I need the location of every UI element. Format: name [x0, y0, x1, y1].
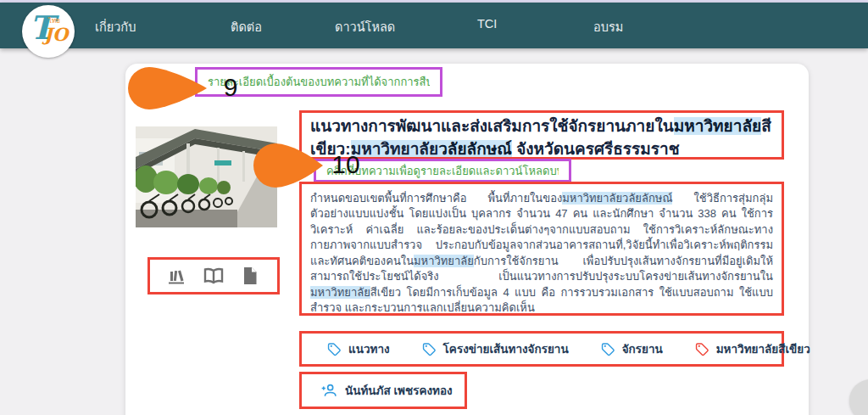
tag-label: มหาวิทยาลัยสีเขียว: [716, 339, 810, 358]
tag-item[interactable]: มหาวิทยาลัยสีเขียว: [695, 339, 810, 358]
nav-item-about[interactable]: เกี่ยวกับ: [95, 17, 136, 36]
tag-label: โครงข่ายเส้นทางจักรยาน: [443, 339, 569, 358]
nav-item-training[interactable]: อบรม: [593, 17, 623, 36]
nav-item-download[interactable]: ดาวน์โหลด: [335, 17, 395, 36]
open-book-icon[interactable]: [203, 266, 224, 286]
person-add-icon: [320, 382, 337, 399]
document-icon[interactable]: [240, 266, 260, 286]
annotation-callout-9: 9: [127, 66, 209, 110]
nav-item-contact[interactable]: ติดต่อ: [231, 17, 262, 36]
annotation-callout-10: 10: [253, 143, 324, 188]
library-icon[interactable]: [167, 266, 187, 286]
logo-letters-jo: JO: [44, 24, 68, 45]
article-abstract: กำหนดขอบเขตพื้นที่การศึกษาคือ พื้นที่ภาย…: [310, 191, 773, 316]
author-name[interactable]: นันท์นภัส เพชรคงทอง: [345, 381, 453, 400]
nav-item-tci[interactable]: TCI: [477, 17, 497, 31]
document-actions-box: [147, 257, 280, 294]
thaijo-logo[interactable]: T ไทย JO: [22, 5, 75, 58]
callout-9-number: 9: [209, 73, 253, 102]
article-abstract-box: กำหนดขอบเขตพื้นที่การศึกษาคือ พื้นที่ภาย…: [299, 182, 784, 316]
tag-icon: [601, 342, 615, 356]
callout-arrow-icon: [253, 143, 324, 188]
page: เกี่ยวกับ ติดต่อ ดาวน์โหลด TCI อบรม T ไท…: [0, 0, 868, 415]
scroll-top-button[interactable]: [849, 379, 868, 415]
callout-arrow-icon: [127, 66, 209, 110]
tag-item[interactable]: แนวทาง: [327, 339, 390, 358]
tag-icon: [327, 342, 342, 356]
article-result-card: 9 รายละเอียดเบื้องต้นของบทความที่ได้จากก…: [125, 64, 809, 415]
tag-item[interactable]: จักรยาน: [601, 339, 663, 358]
tag-label: จักรยาน: [622, 339, 663, 358]
author-box: นันท์นภัส เพชรคงทอง: [299, 372, 467, 409]
tag-label: แนวทาง: [348, 339, 390, 358]
callout-10-number: 10: [324, 150, 368, 179]
tag-icon: [695, 342, 709, 356]
keyword-tags-box: แนวทาง โครงข่ายเส้นทางจักรยาน จักรยาน: [299, 331, 784, 367]
tag-item[interactable]: โครงข่ายเส้นทางจักรยาน: [422, 339, 569, 358]
tag-icon: [422, 342, 437, 356]
main-navbar: เกี่ยวกับ ติดต่อ ดาวน์โหลด TCI อบรม: [0, 3, 868, 48]
article-title[interactable]: แนวทางการพัฒนาและส่งเสริมการใช้จักรยานภา…: [310, 115, 773, 160]
article-title-box: แนวทางการพัฒนาและส่งเสริมการใช้จักรยานภา…: [299, 110, 784, 160]
